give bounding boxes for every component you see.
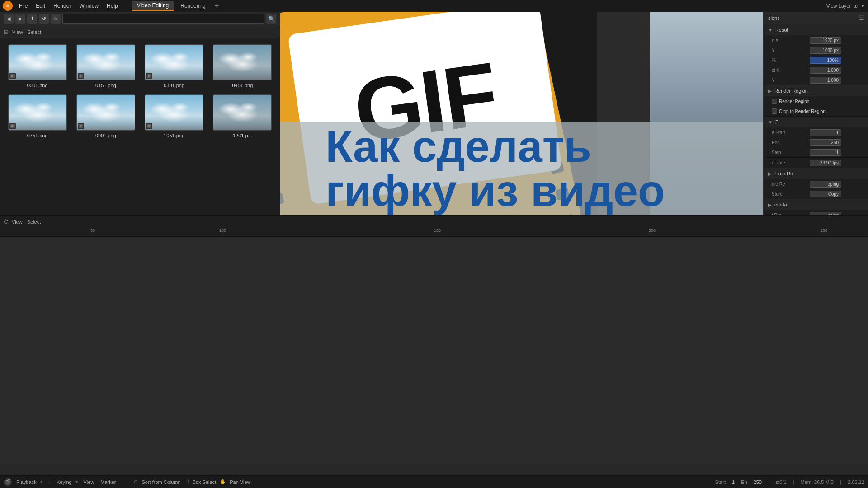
time-remap-header[interactable]: ▶ Time Re: [764, 168, 868, 179]
aspect-y-value[interactable]: 1.000: [810, 77, 841, 84]
res-y-row: Y 1080 px: [764, 45, 868, 55]
workspace-tabs: Video Editing Rendering +: [132, 1, 222, 11]
pan-view-label: Pan View: [230, 479, 250, 485]
file-item-0151[interactable]: 0151.png: [75, 44, 137, 88]
frame-rate-value[interactable]: 29.97 fps: [810, 160, 841, 166]
res-pct-value[interactable]: 100%: [810, 57, 841, 64]
file-item-0001[interactable]: 0001.png: [6, 44, 68, 88]
file-type-icon: [146, 73, 152, 79]
playback-arrow: ▼: [39, 479, 44, 484]
frame-end-value[interactable]: 250: [810, 139, 841, 146]
view-menu[interactable]: View: [82, 479, 96, 486]
workspace-video-editing[interactable]: Video Editing: [132, 1, 175, 11]
version-label: 2.83.12: [848, 479, 864, 485]
time-oping-label: me Re: [772, 182, 808, 187]
menu-render[interactable]: Render: [50, 2, 75, 10]
file-type-icon: [78, 123, 84, 129]
timeline-view-menu[interactable]: View: [12, 219, 23, 225]
keying-label[interactable]: Keying: [55, 479, 74, 486]
file-thumb-0151: [76, 44, 135, 80]
workspace-rendering[interactable]: Rendering: [175, 1, 211, 10]
svg-point-1: [6, 5, 9, 7]
arrow-icon: ▼: [768, 28, 773, 33]
file-label-0901: 0901.png: [95, 133, 116, 138]
view-layer-label: View Layer: [826, 3, 851, 9]
forward-button[interactable]: ▶: [15, 14, 25, 24]
aspect-x-value[interactable]: 1.000: [810, 67, 841, 74]
russian-line2: гифку из видео: [303, 169, 665, 213]
frame-rate-section: e Rate 29.97 fps: [764, 158, 868, 168]
stereo-value: Copy: [810, 191, 841, 197]
file-type-icon: [9, 73, 16, 79]
crop-render-checkbox[interactable]: [772, 108, 777, 114]
marker-menu[interactable]: Marker: [99, 479, 118, 486]
crop-render-row: Crop to Render Region: [764, 106, 868, 116]
time-oping-row: me Re oping: [764, 179, 868, 189]
file-label-0451: 0451.png: [232, 83, 253, 88]
file-item-0301[interactable]: 0301.png: [143, 44, 205, 88]
render-region-row: Render Region: [764, 96, 868, 106]
render-region-checkbox[interactable]: [772, 99, 777, 104]
file-thumb-0901: [76, 94, 135, 131]
add-workspace-button[interactable]: +: [212, 2, 222, 10]
resolution-section: ▼ Resol n X 1920 px Y 1080 px % 100% ct …: [764, 24, 868, 85]
playback-label[interactable]: Playback: [14, 479, 38, 486]
res-y-value[interactable]: 1080 px: [810, 47, 841, 54]
frame-start-label: e Start: [772, 130, 808, 135]
file-label-1201: 1201.p...: [233, 133, 252, 138]
properties-header: sions ☰: [764, 12, 868, 24]
resolution-header[interactable]: ▼ Resol: [764, 24, 868, 35]
search-button[interactable]: 🔍: [266, 14, 276, 24]
sort-from-column-label: Sort from Column: [142, 479, 180, 485]
file-item-1201[interactable]: 1201.p...: [212, 94, 274, 138]
frame-start-value[interactable]: 1: [810, 129, 841, 136]
file-label-0301: 0301.png: [164, 83, 184, 88]
menu-file[interactable]: File: [15, 2, 31, 10]
bookmark-button[interactable]: ☆: [51, 14, 61, 24]
scene-select[interactable]: ▼: [860, 3, 865, 9]
frame-end-row: End 250: [764, 137, 868, 147]
status-mid-actions: ⊕ Sort from Column ☐ Box Select ✋ Pan Vi…: [134, 479, 250, 485]
frame-step-row: Step 1: [764, 147, 868, 157]
file-item-0751[interactable]: 0751.png: [6, 94, 68, 138]
russian-text-container: Как сделать гифку из видео: [280, 124, 665, 213]
file-thumb-1051: [145, 94, 203, 131]
properties-menu-icon[interactable]: ☰: [859, 14, 864, 21]
menu-edit[interactable]: Edit: [32, 2, 49, 10]
path-input[interactable]: [62, 14, 264, 24]
stereo-row: Stere Copy: [764, 189, 868, 199]
status-bar: 🎬 Playback ▼ · Keying ▼ View Marker ⊕ So…: [0, 475, 868, 488]
end-value: 250: [754, 479, 762, 485]
back-button[interactable]: ◀: [4, 14, 14, 24]
timeline-header: ⏱ View Select: [0, 216, 868, 228]
timeline-select-menu[interactable]: Select: [27, 219, 41, 225]
section-title-frame: F: [775, 119, 778, 125]
arrow-icon: ▶: [768, 89, 772, 94]
aspect-x-label: ct X: [772, 68, 808, 73]
aspect-y-row: Y 1.000: [764, 75, 868, 85]
fb-view-menu[interactable]: View: [12, 29, 23, 35]
file-item-0901[interactable]: 0901.png: [75, 94, 137, 138]
stats-separator3: |: [840, 479, 841, 485]
box-select-icon: ☐: [184, 479, 189, 485]
frame-step-value[interactable]: 1: [810, 149, 841, 156]
res-x-value[interactable]: 1920 px: [810, 37, 841, 44]
view-icon[interactable]: ⊞: [4, 28, 9, 35]
expand-icon[interactable]: ⊞: [854, 3, 858, 9]
render-region-header[interactable]: ▶ Render Region: [764, 85, 868, 96]
frame-header[interactable]: ▼ F: [764, 117, 868, 127]
frame-start-row: e Start 1: [764, 127, 868, 137]
up-button[interactable]: ⬆: [27, 14, 37, 24]
fb-select-menu[interactable]: Select: [28, 29, 42, 35]
reload-button[interactable]: ↺: [39, 14, 49, 24]
file-label-0001: 0001.png: [27, 83, 48, 88]
time-oping-value: oping: [810, 181, 841, 188]
start-label: Start: [715, 479, 726, 485]
metadata-header[interactable]: ▶ etada: [764, 199, 868, 210]
frame-end-label: End: [772, 140, 808, 145]
menu-window[interactable]: Window: [75, 2, 102, 10]
file-item-1051[interactable]: 1051.png: [143, 94, 205, 138]
app-logo: [3, 1, 13, 11]
menu-help[interactable]: Help: [103, 2, 122, 10]
file-item-0451[interactable]: 0451.png: [212, 44, 274, 88]
